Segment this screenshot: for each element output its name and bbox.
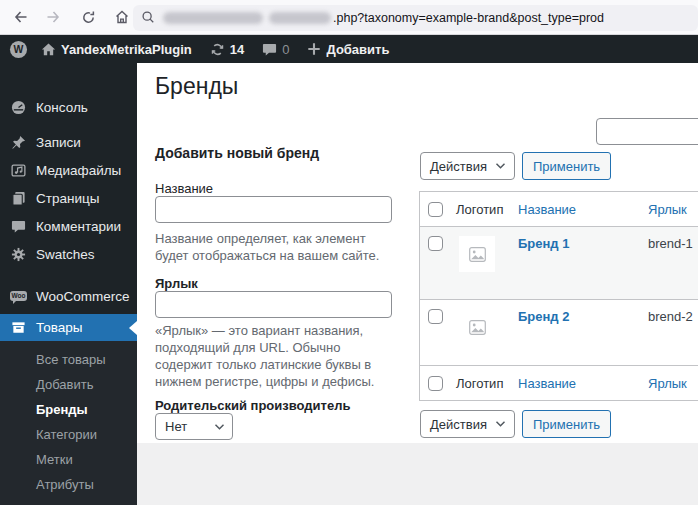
site-name-link[interactable]: YandexMetrikaPlugin [37, 35, 201, 63]
sidebar-item-posts[interactable]: Записи [0, 128, 137, 156]
column-header-name[interactable]: Название [518, 202, 648, 217]
products-submenu: Все товары Добавить Бренды Категории Мет… [0, 341, 137, 505]
bulk-actions-top: Действия Применить [420, 152, 611, 180]
sidebar-item-label: Консоль [36, 100, 88, 115]
select-all-checkbox[interactable] [428, 376, 443, 391]
sidebar-item-dashboard[interactable]: Консоль [0, 93, 137, 121]
slug-help-text: «Ярлык» — это вариант названия, подходящ… [155, 322, 395, 390]
sidebar-item-label: Товары [36, 320, 82, 335]
comments-link[interactable]: 0 [253, 35, 298, 63]
column-header-name[interactable]: Название [518, 376, 648, 391]
name-input[interactable] [155, 196, 392, 223]
column-header-logo: Логотип [456, 202, 518, 217]
browser-toolbar: .php?taxonomy=example-brand&post_type=pr… [0, 0, 698, 35]
sidebar-item-pages[interactable]: Страницы [0, 184, 137, 212]
wp-admin-bar: W YandexMetrikaPlugin 14 0 Добавить [0, 35, 698, 63]
sidebar-item-media[interactable]: Медиафайлы [0, 156, 137, 184]
table-footer-row: Логотип Название Ярлык [420, 365, 698, 400]
bulk-action-value: Действия [430, 417, 487, 432]
brand-logo-thumbnail [459, 236, 495, 272]
products-box-icon [10, 320, 27, 335]
parent-brand-value: Нет [165, 419, 187, 434]
comment-icon [10, 219, 27, 234]
wordpress-logo-icon[interactable]: W [0, 35, 37, 63]
table-header-row: Логотип Название Ярлык [420, 192, 698, 227]
name-help-text: Название определяет, как элемент будет о… [155, 230, 395, 264]
add-new-link[interactable]: Добавить [298, 35, 398, 63]
comments-count: 0 [282, 42, 289, 57]
submenu-item-all-products[interactable]: Все товары [0, 347, 137, 372]
apply-button[interactable]: Применить [522, 152, 611, 180]
brands-table: Логотип Название Ярлык Бренд 1 brend-1 Б… [419, 191, 698, 401]
dashboard-icon [10, 100, 27, 115]
brand-name-link[interactable]: Бренд 2 [518, 309, 648, 324]
chevron-down-icon [214, 423, 225, 431]
form-heading: Добавить новый бренд [155, 145, 392, 161]
submenu-item-categories[interactable]: Категории [0, 422, 137, 447]
submenu-item-brands[interactable]: Бренды [0, 397, 137, 422]
url-text: .php?taxonomy=example-brand&post_type=pr… [333, 11, 604, 25]
slug-input[interactable] [155, 291, 392, 318]
svg-text:W: W [14, 44, 24, 55]
apply-button[interactable]: Применить [522, 410, 611, 438]
updates-link[interactable]: 14 [201, 35, 253, 63]
sidebar-item-products[interactable]: Товары [0, 314, 137, 341]
column-header-slug[interactable]: Ярлык [648, 376, 698, 391]
media-icon [10, 163, 27, 178]
table-row: Бренд 1 brend-1 [420, 227, 698, 300]
pages-icon [10, 191, 27, 206]
sidebar-item-woocommerce[interactable]: Woo WooCommerce [0, 282, 137, 310]
chevron-down-icon [495, 162, 506, 170]
main-content: Бренды Добавить новый бренд Название Наз… [137, 63, 698, 443]
sidebar-item-label: Страницы [36, 191, 99, 206]
sidebar-item-label: Записи [36, 135, 81, 150]
brand-slug: brend-2 [648, 309, 698, 324]
sidebar-item-label: Swatches [36, 247, 95, 262]
submenu-item-attributes[interactable]: Атрибуты [0, 472, 137, 497]
add-brand-form: Добавить новый бренд Название Название о… [155, 145, 392, 161]
bulk-action-value: Действия [430, 159, 487, 174]
name-label: Название [155, 181, 213, 196]
submenu-item-tags[interactable]: Метки [0, 447, 137, 472]
brand-slug: brend-1 [648, 236, 698, 251]
select-all-checkbox[interactable] [428, 202, 443, 217]
slug-label: Ярлык [155, 276, 198, 291]
sidebar-item-swatches[interactable]: Swatches [0, 240, 137, 268]
back-icon[interactable] [6, 4, 34, 30]
url-redacted-segment [269, 12, 331, 24]
bulk-actions-bottom: Действия Применить [420, 410, 611, 438]
address-bar[interactable]: .php?taxonomy=example-brand&post_type=pr… [133, 5, 698, 31]
bulk-action-select[interactable]: Действия [420, 410, 515, 438]
url-redacted-segment [163, 12, 263, 24]
comment-icon [262, 42, 277, 57]
pushpin-icon [10, 135, 27, 150]
add-new-label: Добавить [326, 42, 389, 57]
home-icon [41, 42, 56, 57]
admin-sidebar: Консоль Записи Медиафайлы Страницы Комме… [0, 63, 137, 505]
page-footer-area [137, 443, 698, 505]
home-icon[interactable] [108, 4, 136, 30]
submenu-item-add-new[interactable]: Добавить [0, 372, 137, 397]
site-name-label: YandexMetrikaPlugin [61, 42, 192, 57]
sidebar-item-label: Комментарии [36, 219, 121, 234]
chevron-down-icon [495, 420, 506, 428]
sidebar-item-label: Медиафайлы [36, 163, 121, 178]
sidebar-item-label: WooCommerce [36, 289, 130, 304]
select-row-checkbox[interactable] [428, 236, 443, 251]
plus-icon [307, 42, 321, 56]
select-row-checkbox[interactable] [428, 309, 443, 324]
search-icon [141, 10, 155, 27]
parent-brand-select[interactable]: Нет [155, 413, 233, 440]
column-header-logo: Логотип [456, 376, 518, 391]
brand-name-link[interactable]: Бренд 1 [518, 236, 648, 251]
reload-icon[interactable] [74, 4, 102, 30]
forward-icon[interactable] [40, 4, 68, 30]
parent-brand-label: Родительский производитель [155, 398, 350, 413]
page-title: Бренды [155, 72, 238, 102]
bulk-action-select[interactable]: Действия [420, 152, 515, 180]
search-brands-input[interactable] [596, 118, 698, 145]
sidebar-item-comments[interactable]: Комментарии [0, 212, 137, 240]
updates-count: 14 [230, 42, 244, 57]
gear-icon [10, 247, 27, 262]
column-header-slug[interactable]: Ярлык [648, 202, 698, 217]
